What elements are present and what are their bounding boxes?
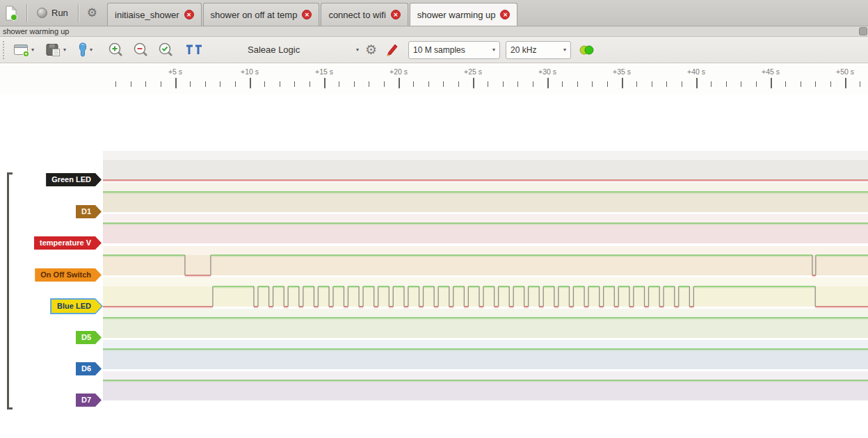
channel-group-bracket[interactable]	[7, 172, 13, 409]
capture-title-bar: shower warming up	[0, 26, 868, 37]
tab-close-icon[interactable]: ✕	[184, 10, 194, 19]
channel-tag-on-off-switch[interactable]: On Off Switch	[35, 268, 102, 282]
channel-tag-d7[interactable]: D7	[76, 394, 102, 407]
zoom-out-icon	[133, 42, 150, 58]
ruler-tick	[711, 81, 712, 87]
channel-tag-d5[interactable]: D5	[76, 331, 102, 344]
ruler-tick	[741, 81, 741, 87]
ruler-tick	[771, 78, 772, 88]
ruler-tick	[845, 78, 846, 88]
channel-tag-green-led[interactable]: Green LED	[46, 173, 102, 186]
zoom-fit-icon	[158, 42, 175, 58]
ruler-tick	[577, 81, 578, 87]
ruler-tick	[115, 81, 116, 87]
tab-close-icon[interactable]: ✕	[391, 10, 401, 19]
window-icon	[13, 43, 30, 57]
status-leds-icon	[578, 44, 596, 56]
ruler-label: +30 s	[538, 67, 556, 76]
tab-close-icon[interactable]: ✕	[302, 10, 312, 19]
edge-jump-button[interactable]	[182, 42, 206, 58]
save-capture-button[interactable]: ▾	[43, 42, 68, 58]
ruler-tick	[384, 81, 385, 87]
ruler-tick	[785, 81, 786, 87]
toolbar-grip[interactable]	[3, 41, 7, 59]
waveform-area[interactable]: Green LEDD1temperature VOn Off SwitchBlu…	[0, 94, 868, 438]
rate-label: 20 kHz	[511, 45, 536, 55]
timeline-ruler[interactable]: +5 s+10 s+15 s+20 s+25 s+30 s+35 s+40 s+…	[0, 63, 868, 94]
zoom-in-button[interactable]	[106, 40, 127, 60]
ruler-tick	[696, 78, 698, 88]
tab-shower-on-off-at-temp[interactable]: shower on off at temp ✕	[203, 3, 320, 26]
ruler-tick	[636, 81, 637, 87]
caret-down-icon: ▾	[563, 47, 566, 53]
probe-button[interactable]: ▾	[75, 41, 95, 59]
ruler-tick	[131, 81, 131, 87]
ruler-tick	[473, 78, 474, 88]
new-file-button[interactable]	[0, 4, 22, 22]
ruler-tick	[682, 81, 682, 87]
ruler-tick	[235, 81, 236, 87]
open-capture-button[interactable]: ▾	[11, 42, 36, 58]
zoom-fit-button[interactable]	[156, 40, 177, 60]
ruler-tick	[488, 81, 488, 87]
ruler-label: +50 s	[836, 67, 854, 76]
ruler-tick	[294, 81, 295, 87]
tab-close-icon[interactable]: ✕	[500, 10, 510, 19]
waveform-temperature-v	[103, 214, 868, 243]
ruler-tick	[533, 81, 533, 87]
ruler-tick	[815, 81, 816, 87]
tab-label: shower on off at temp	[211, 10, 298, 20]
ruler-tick	[458, 81, 459, 87]
toolbar: ▾ ▾ ▾	[0, 37, 868, 63]
ruler-tick	[428, 81, 429, 87]
waveform-canvas	[0, 94, 868, 438]
gear-icon: ⚙	[87, 7, 97, 19]
ruler-label: +35 s	[613, 67, 631, 76]
settings-gear-button[interactable]: ⚙	[83, 6, 102, 20]
channel-tag-d6[interactable]: D6	[76, 362, 102, 375]
separator	[26, 4, 27, 22]
run-button[interactable]: Run	[31, 6, 74, 19]
caret-down-icon: ▾	[356, 47, 359, 53]
device-select[interactable]: Saleae Logic ▾	[248, 44, 359, 55]
run-label: Run	[51, 8, 68, 18]
waveform-blue-led	[103, 277, 868, 307]
device-settings-button[interactable]: ⚙	[363, 42, 379, 58]
waveform-on-off-switch	[103, 246, 868, 276]
panel-icon[interactable]	[859, 27, 867, 35]
ruler-tick	[652, 81, 652, 87]
channel-tag-d1[interactable]: D1	[76, 205, 102, 218]
ruler-tick	[399, 78, 400, 88]
tab-label: shower warming up	[417, 10, 496, 20]
new-document-icon	[4, 6, 18, 21]
tab-shower-warming-up[interactable]: shower warming up ✕	[410, 3, 518, 26]
run-icon	[37, 8, 47, 18]
tab-initiaise-shower[interactable]: initiaise_shower ✕	[107, 3, 202, 26]
tab-strip: initiaise_shower ✕ shower on off at temp…	[107, 0, 519, 26]
ruler-label: +40 s	[687, 67, 705, 76]
ruler-tick	[830, 81, 831, 87]
ruler-tick	[220, 81, 220, 87]
ruler-tick	[264, 81, 265, 87]
tab-label: initiaise_shower	[115, 10, 179, 20]
channel-tag-selection: Blue LED	[50, 298, 103, 314]
ruler-label: +5 s	[168, 67, 182, 76]
zoom-out-button[interactable]	[131, 40, 152, 60]
ruler-tick	[145, 81, 146, 87]
pulse-edges-icon	[184, 43, 204, 57]
rate-select[interactable]: 20 kHz ▾	[506, 41, 571, 59]
gear-icon: ⚙	[365, 43, 377, 56]
samples-select[interactable]: 10 M samples ▾	[408, 41, 500, 59]
waveform-d6	[103, 340, 868, 369]
channel-tag-temperature-v[interactable]: temperature V	[34, 236, 102, 250]
ruler-tick	[354, 81, 355, 87]
ruler-tick	[547, 78, 549, 88]
channel-tag-blue-led[interactable]: Blue LED	[51, 300, 102, 313]
channel-label-panel: Green LEDD1temperature VOn Off SwitchBlu…	[0, 94, 103, 438]
ruler-tick	[161, 81, 161, 87]
ruler-tick	[280, 81, 280, 87]
trigger-probe-button[interactable]	[383, 41, 403, 59]
tab-connect-to-wifi[interactable]: connect to wifi ✕	[321, 3, 408, 26]
ruler-tick	[339, 81, 339, 87]
ruler-tick	[666, 81, 667, 87]
